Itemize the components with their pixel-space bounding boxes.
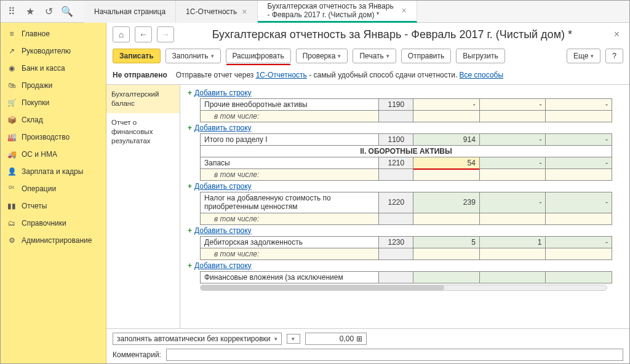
cell[interactable] [546, 111, 612, 122]
help-button[interactable]: ? [605, 49, 623, 63]
table-row: Финансовые вложения (за исключением [200, 271, 612, 283]
cell-highlighted[interactable]: 54 [413, 157, 480, 169]
cell[interactable] [479, 213, 546, 224]
cell[interactable] [413, 213, 480, 224]
cell[interactable]: - [479, 157, 546, 169]
check-button[interactable]: Проверка▾ [296, 49, 348, 63]
section-finres[interactable]: Отчет о финансовых результатах [106, 113, 180, 151]
cell[interactable]: - [479, 99, 546, 111]
calc-icon[interactable]: ⊞ [356, 334, 362, 343]
sidebar-item-bank[interactable]: ◉Банк и касса [1, 60, 106, 77]
save-button[interactable]: Записать [113, 49, 161, 63]
field-value: 0,00 [340, 334, 354, 343]
cell[interactable]: - [413, 99, 480, 111]
cell [379, 111, 413, 122]
section-balance[interactable]: Бухгалтерский баланс [106, 85, 180, 113]
sidebar-item-sales[interactable]: 🛍Продажи [1, 77, 106, 94]
home-button[interactable]: ⌂ [113, 26, 130, 42]
cell[interactable]: - [546, 157, 612, 169]
cell[interactable] [413, 169, 480, 181]
sidebar-item-payroll[interactable]: 👤Зарплата и кадры [1, 163, 106, 180]
cell[interactable] [479, 248, 546, 259]
tab-reporting[interactable]: 1С-Отчетность× [176, 1, 257, 23]
button-label: Расшифровать [233, 52, 284, 60]
reporting-link[interactable]: 1С-Отчетность [256, 71, 307, 79]
cell[interactable] [413, 248, 480, 259]
cell[interactable] [413, 111, 480, 122]
back-button[interactable]: ← [135, 26, 152, 42]
cell[interactable] [546, 169, 612, 181]
box-icon: 📦 [7, 116, 17, 124]
comment-input[interactable] [166, 349, 623, 361]
horizontal-scrollbar[interactable] [200, 285, 607, 291]
sidebar-item-warehouse[interactable]: 📦Склад [1, 111, 106, 129]
close-icon[interactable]: × [242, 7, 247, 17]
more-button[interactable]: Еще▾ [567, 49, 600, 63]
page-header: ⌂ ← → Бухгалтерская отчетность за Январь… [106, 23, 629, 46]
star-icon[interactable]: ★ [24, 6, 36, 18]
add-row-link[interactable]: Добавить строку [194, 89, 252, 97]
cell[interactable] [479, 169, 546, 181]
sidebar-item-manager[interactable]: ↗Руководителю [1, 42, 106, 60]
aux-select[interactable]: ▾ [287, 334, 300, 344]
sidebar-item-purchases[interactable]: 🛒Покупки [1, 94, 106, 111]
sidebar-item-label: Главное [22, 30, 50, 38]
export-button[interactable]: Выгрузить [456, 49, 505, 63]
cell[interactable] [546, 213, 612, 224]
add-row-link[interactable]: Добавить строку [194, 124, 252, 132]
sidebar-item-production[interactable]: 🏭Производство [1, 129, 106, 146]
tab-home[interactable]: Начальная страница [84, 1, 176, 23]
cell[interactable]: - [546, 236, 612, 248]
cell[interactable] [479, 111, 546, 122]
cell[interactable] [546, 248, 612, 259]
cell[interactable]: - [546, 192, 612, 213]
search-icon[interactable]: 🔍 [61, 6, 73, 18]
cell[interactable]: - [479, 192, 546, 213]
apps-icon[interactable]: ⠿ [6, 6, 18, 18]
precision-field[interactable]: 0,00 ⊞ [305, 333, 367, 345]
sales-icon: 🛍 [7, 81, 17, 90]
cell[interactable]: 914 [413, 134, 480, 146]
content-area: ⌂ ← → Бухгалтерская отчетность за Январь… [106, 23, 629, 364]
forward-button[interactable]: → [157, 26, 174, 42]
sidebar-item-refs[interactable]: 🗂Справочники [1, 215, 106, 232]
sidebar-item-reports[interactable]: ▮▮Отчеты [1, 197, 106, 215]
cell[interactable]: 239 [413, 192, 480, 213]
close-button[interactable]: × [610, 29, 623, 40]
scrollbar-thumb[interactable] [201, 285, 444, 290]
cell[interactable] [546, 271, 612, 283]
send-button[interactable]: Отправить [401, 49, 452, 63]
fill-button[interactable]: Заполнить▾ [165, 49, 221, 63]
cell [379, 271, 413, 283]
fill-mode-select[interactable]: заполнять автоматически без корректировк… [113, 333, 282, 345]
cell[interactable]: - [546, 134, 612, 146]
add-row-link[interactable]: Добавить строку [194, 261, 252, 270]
cell[interactable] [413, 271, 480, 283]
tab-label: Начальная страница [94, 7, 165, 16]
button-label: Записать [119, 52, 154, 60]
print-button[interactable]: Печать▾ [353, 49, 396, 63]
footer: заполнять автоматически без корректировк… [106, 328, 629, 364]
decode-button[interactable]: Расшифровать [226, 49, 291, 63]
sidebar-item-label: Зарплата и кадры [22, 167, 83, 176]
sidebar-item-admin[interactable]: ⚙Администрирование [1, 232, 106, 249]
cell[interactable]: 5 [413, 236, 480, 248]
cell[interactable]: - [479, 134, 546, 146]
add-row-link[interactable]: Добавить строку [194, 226, 252, 235]
close-icon[interactable]: × [402, 6, 407, 15]
cell[interactable]: 1 [479, 236, 546, 248]
sidebar-item-main[interactable]: ≡Главное [1, 25, 106, 42]
cell[interactable] [479, 271, 546, 283]
button-label: Отправить [408, 52, 445, 60]
section-nav: Бухгалтерский баланс Отчет о финансовых … [106, 85, 180, 328]
history-icon[interactable]: ↺ [42, 6, 55, 18]
all-ways-link[interactable]: Все способы [460, 71, 504, 79]
report-sheet[interactable]: +Добавить строку Прочие внеоборотные акт… [180, 85, 629, 328]
sidebar-item-assets[interactable]: 🚚ОС и НМА [1, 146, 106, 163]
cell[interactable]: - [546, 99, 612, 111]
sidebar-item-operations[interactable]: ᴰᵗОперации [1, 180, 106, 197]
add-row-link[interactable]: Добавить строку [194, 182, 252, 191]
tab-current[interactable]: Бухгалтерская отчетность за Январь - Фев… [258, 1, 417, 23]
action-toolbar: Записать Заполнить▾ Расшифровать Проверк… [106, 46, 629, 68]
table-row: Налог на добавленную стоимость по приобр… [200, 192, 612, 225]
